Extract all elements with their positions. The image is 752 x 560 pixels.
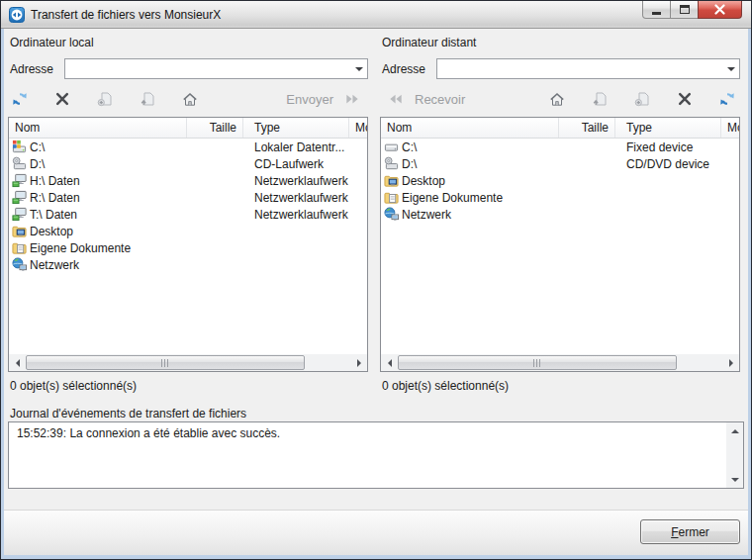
minimize-icon bbox=[652, 12, 661, 15]
event-log[interactable]: 15:52:39: La connexion a été établie ave… bbox=[8, 421, 744, 489]
file-name: Eigene Dokumente bbox=[30, 241, 131, 255]
file-row[interactable]: H:\ DatenNetzwerklaufwerk bbox=[9, 172, 368, 189]
file-name: T:\ Daten bbox=[30, 208, 77, 222]
panel-title-local: Ordinateur local bbox=[10, 36, 366, 49]
remote-address-input[interactable] bbox=[437, 59, 722, 78]
file-row[interactable]: D:\CD/DVD device bbox=[381, 155, 740, 172]
chevron-down-icon[interactable] bbox=[350, 59, 367, 78]
drive-network-icon bbox=[12, 190, 27, 205]
send-button: Envoyer bbox=[284, 92, 364, 107]
file-row[interactable]: T:\ DatenNetzwerklaufwerk bbox=[9, 206, 368, 223]
drive-network-icon bbox=[12, 173, 27, 188]
file-row[interactable]: Netzwerk bbox=[381, 206, 740, 223]
file-row[interactable]: D:\CD-Laufwerk bbox=[9, 155, 368, 172]
scrollbar-track[interactable] bbox=[398, 354, 722, 371]
file-type: Lokaler Datentr... bbox=[243, 140, 349, 154]
log-entry: 15:52:39: La connexion a été établie ave… bbox=[9, 422, 743, 440]
file-name: D:\ bbox=[30, 157, 45, 171]
horizontal-scrollbar[interactable] bbox=[381, 354, 739, 371]
drive-plain-icon bbox=[384, 140, 399, 154]
local-file-list: Nom Taille Type Modifié C:\Lokaler Daten… bbox=[8, 117, 368, 372]
close-dialog-button[interactable]: Fermer bbox=[640, 519, 740, 544]
scroll-right-button[interactable] bbox=[722, 354, 739, 371]
remote-address-combobox[interactable] bbox=[436, 58, 740, 79]
file-row[interactable]: C:\Fixed device bbox=[381, 139, 740, 155]
scroll-down-button[interactable] bbox=[726, 471, 743, 488]
delete-button[interactable] bbox=[677, 91, 694, 108]
action-label: Recevoir bbox=[415, 92, 465, 107]
remote-computer-panel: Ordinateur distant Adresse Recevoir Nom … bbox=[380, 29, 740, 393]
scrollbar-thumb[interactable] bbox=[26, 355, 305, 370]
folder-documents-icon bbox=[384, 190, 399, 205]
file-type: CD-Laufwerk bbox=[243, 157, 349, 171]
titlebar[interactable]: Transfert de fichiers vers MonsieurX bbox=[1, 1, 751, 29]
file-name: C:\ bbox=[30, 140, 45, 154]
parent-folder-button bbox=[592, 91, 609, 108]
scroll-right-button[interactable] bbox=[350, 354, 367, 371]
selection-status-remote: 0 objet(s) sélectionné(s) bbox=[380, 379, 740, 393]
chevrons-left-icon bbox=[386, 92, 406, 106]
teamviewer-icon bbox=[9, 7, 25, 23]
file-row[interactable]: Eigene Dokumente bbox=[9, 239, 368, 256]
file-row[interactable]: R:\ DatenNetzwerklaufwerk bbox=[9, 189, 368, 206]
file-transfer-window: Transfert de fichiers vers MonsieurX Ord… bbox=[0, 0, 752, 560]
column-header-nom[interactable]: Nom bbox=[381, 118, 559, 138]
scrollbar-thumb[interactable] bbox=[398, 355, 677, 370]
new-folder-button bbox=[97, 91, 114, 108]
minimize-button[interactable] bbox=[642, 1, 671, 19]
column-header-type[interactable]: Type bbox=[615, 118, 721, 138]
window-title: Transfert de fichiers vers MonsieurX bbox=[31, 8, 221, 22]
action-label: Envoyer bbox=[286, 92, 333, 107]
column-header-taille[interactable]: Taille bbox=[559, 118, 615, 138]
scroll-up-button[interactable] bbox=[726, 422, 743, 439]
chevron-down-icon[interactable] bbox=[722, 59, 739, 78]
local-computer-panel: Ordinateur local Adresse Envoyer Nom Tai… bbox=[8, 29, 368, 393]
panel-title-remote: Ordinateur distant bbox=[382, 36, 738, 49]
file-row[interactable]: Eigene Dokumente bbox=[381, 189, 740, 206]
column-header-modifie[interactable]: Modifié bbox=[721, 118, 740, 138]
scroll-left-button[interactable] bbox=[381, 354, 398, 371]
network-icon bbox=[12, 257, 27, 272]
vertical-scrollbar[interactable] bbox=[726, 422, 743, 488]
file-rows: C:\Lokaler Datentr...D:\CD-LaufwerkH:\ D… bbox=[9, 139, 367, 273]
refresh-icon bbox=[12, 91, 29, 107]
file-row[interactable]: Desktop bbox=[9, 223, 368, 239]
delete-icon bbox=[677, 91, 694, 107]
remote-file-list: Nom Taille Type Modifié C:\Fixed deviceD… bbox=[380, 117, 740, 372]
file-name: Eigene Dokumente bbox=[402, 191, 503, 205]
column-header-modifie[interactable]: Modifié bbox=[349, 118, 368, 138]
remote-toolbar: Recevoir bbox=[380, 87, 740, 111]
file-row[interactable]: Netzwerk bbox=[9, 256, 368, 273]
receive-button: Recevoir bbox=[384, 92, 467, 107]
home-button[interactable] bbox=[182, 91, 199, 108]
column-header-type[interactable]: Type bbox=[243, 118, 349, 138]
home-button[interactable] bbox=[549, 91, 566, 108]
scrollbar-track[interactable] bbox=[26, 354, 350, 371]
file-row[interactable]: C:\Lokaler Datentr... bbox=[9, 139, 368, 155]
file-name: R:\ Daten bbox=[30, 191, 80, 205]
delete-button[interactable] bbox=[54, 91, 71, 108]
file-type: Fixed device bbox=[615, 140, 721, 154]
local-address-input[interactable] bbox=[65, 59, 350, 78]
file-row[interactable]: Desktop bbox=[381, 172, 740, 189]
close-button[interactable] bbox=[698, 1, 742, 19]
refresh-button[interactable] bbox=[719, 91, 736, 108]
scroll-left-button[interactable] bbox=[9, 354, 26, 371]
window-controls bbox=[642, 1, 742, 19]
column-header-nom[interactable]: Nom bbox=[9, 118, 187, 138]
local-address-combobox[interactable] bbox=[64, 58, 368, 79]
column-header-taille[interactable]: Taille bbox=[187, 118, 243, 138]
horizontal-scrollbar[interactable] bbox=[9, 354, 367, 371]
parent-folder-icon bbox=[140, 91, 156, 107]
chevrons-right-icon bbox=[342, 92, 362, 106]
file-rows: C:\Fixed deviceD:\CD/DVD deviceDesktopEi… bbox=[381, 139, 739, 223]
list-header: Nom Taille Type Modifié bbox=[381, 118, 740, 139]
file-type: Netzwerklaufwerk bbox=[243, 208, 349, 222]
refresh-button[interactable] bbox=[12, 91, 29, 108]
maximize-button[interactable] bbox=[670, 1, 699, 19]
file-name: Netzwerk bbox=[402, 208, 451, 222]
file-type: Netzwerklaufwerk bbox=[243, 174, 349, 188]
folder-desktop-icon bbox=[384, 173, 399, 188]
file-name: C:\ bbox=[402, 140, 417, 154]
close-icon bbox=[713, 4, 726, 15]
